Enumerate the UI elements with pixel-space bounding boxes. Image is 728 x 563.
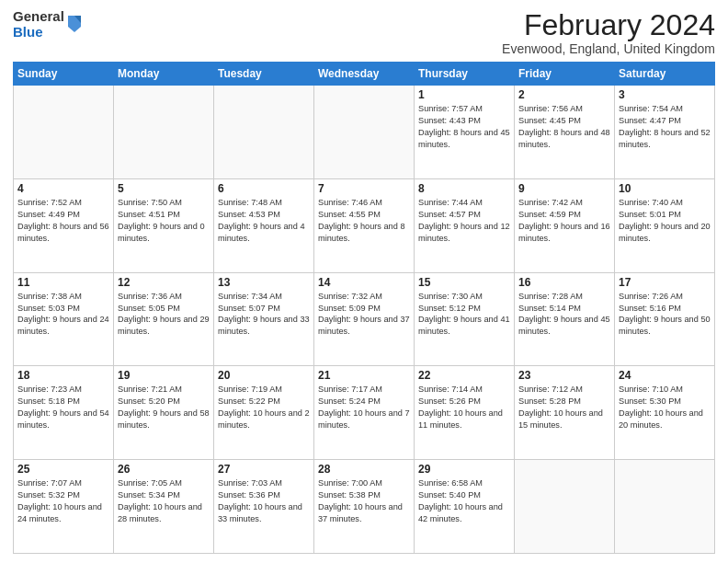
day-info: Sunrise: 7:07 AM Sunset: 5:32 PM Dayligh… bbox=[17, 477, 109, 525]
day-number: 3 bbox=[619, 88, 711, 101]
table-row: 29Sunrise: 6:58 AM Sunset: 5:40 PM Dayli… bbox=[415, 460, 515, 554]
table-row: 20Sunrise: 7:19 AM Sunset: 5:22 PM Dayli… bbox=[214, 366, 314, 460]
day-number: 16 bbox=[518, 276, 610, 289]
table-row: 13Sunrise: 7:34 AM Sunset: 5:07 PM Dayli… bbox=[214, 272, 314, 366]
calendar-week-row: 25Sunrise: 7:07 AM Sunset: 5:32 PM Dayli… bbox=[14, 460, 715, 554]
table-row: 25Sunrise: 7:07 AM Sunset: 5:32 PM Dayli… bbox=[14, 460, 114, 554]
table-row: 4Sunrise: 7:52 AM Sunset: 4:49 PM Daylig… bbox=[14, 178, 114, 272]
day-number: 5 bbox=[118, 182, 210, 195]
table-row: 7Sunrise: 7:46 AM Sunset: 4:55 PM Daylig… bbox=[314, 178, 415, 272]
table-row: 21Sunrise: 7:17 AM Sunset: 5:24 PM Dayli… bbox=[314, 366, 415, 460]
table-row bbox=[615, 460, 715, 554]
day-info: Sunrise: 7:32 AM Sunset: 5:09 PM Dayligh… bbox=[318, 291, 410, 339]
day-info: Sunrise: 7:23 AM Sunset: 5:18 PM Dayligh… bbox=[17, 384, 109, 431]
day-info: Sunrise: 7:40 AM Sunset: 5:01 PM Dayligh… bbox=[619, 197, 711, 245]
main-title: February 2024 bbox=[502, 9, 715, 41]
table-row bbox=[515, 460, 615, 554]
logo: General Blue bbox=[13, 9, 83, 40]
table-row bbox=[314, 86, 415, 179]
day-number: 10 bbox=[619, 182, 711, 195]
col-friday: Friday bbox=[515, 63, 615, 86]
day-number: 4 bbox=[17, 182, 109, 195]
day-info: Sunrise: 7:44 AM Sunset: 4:57 PM Dayligh… bbox=[418, 197, 510, 245]
day-number: 14 bbox=[318, 276, 410, 289]
table-row: 22Sunrise: 7:14 AM Sunset: 5:26 PM Dayli… bbox=[415, 366, 515, 460]
calendar-week-row: 1Sunrise: 7:57 AM Sunset: 4:43 PM Daylig… bbox=[14, 86, 715, 179]
day-info: Sunrise: 7:34 AM Sunset: 5:07 PM Dayligh… bbox=[218, 291, 310, 339]
day-number: 27 bbox=[218, 463, 310, 476]
day-info: Sunrise: 7:17 AM Sunset: 5:24 PM Dayligh… bbox=[318, 384, 410, 431]
table-row: 8Sunrise: 7:44 AM Sunset: 4:57 PM Daylig… bbox=[415, 178, 515, 272]
day-info: Sunrise: 7:28 AM Sunset: 5:14 PM Dayligh… bbox=[518, 291, 610, 339]
calendar-week-row: 4Sunrise: 7:52 AM Sunset: 4:49 PM Daylig… bbox=[14, 178, 715, 272]
page: General Blue February 2024 Evenwood, Eng… bbox=[0, 0, 728, 563]
logo-icon bbox=[66, 14, 83, 34]
day-info: Sunrise: 7:57 AM Sunset: 4:43 PM Dayligh… bbox=[418, 103, 510, 151]
day-info: Sunrise: 7:19 AM Sunset: 5:22 PM Dayligh… bbox=[218, 384, 310, 431]
calendar-week-row: 11Sunrise: 7:38 AM Sunset: 5:03 PM Dayli… bbox=[14, 272, 715, 366]
table-row bbox=[114, 86, 214, 179]
table-row: 9Sunrise: 7:42 AM Sunset: 4:59 PM Daylig… bbox=[515, 178, 615, 272]
col-wednesday: Wednesday bbox=[314, 63, 415, 86]
table-row: 27Sunrise: 7:03 AM Sunset: 5:36 PM Dayli… bbox=[214, 460, 314, 554]
day-info: Sunrise: 7:36 AM Sunset: 5:05 PM Dayligh… bbox=[118, 291, 210, 339]
day-number: 6 bbox=[218, 182, 310, 195]
day-number: 9 bbox=[518, 182, 610, 195]
day-number: 1 bbox=[418, 88, 510, 101]
day-number: 2 bbox=[518, 88, 610, 101]
day-info: Sunrise: 7:05 AM Sunset: 5:34 PM Dayligh… bbox=[118, 477, 210, 525]
day-info: Sunrise: 7:50 AM Sunset: 4:51 PM Dayligh… bbox=[118, 197, 210, 245]
table-row: 1Sunrise: 7:57 AM Sunset: 4:43 PM Daylig… bbox=[415, 86, 515, 179]
day-number: 8 bbox=[418, 182, 510, 195]
table-row: 19Sunrise: 7:21 AM Sunset: 5:20 PM Dayli… bbox=[114, 366, 214, 460]
day-number: 12 bbox=[118, 276, 210, 289]
day-info: Sunrise: 7:56 AM Sunset: 4:45 PM Dayligh… bbox=[518, 103, 610, 151]
table-row: 26Sunrise: 7:05 AM Sunset: 5:34 PM Dayli… bbox=[114, 460, 214, 554]
header-area: General Blue February 2024 Evenwood, Eng… bbox=[13, 9, 715, 56]
day-info: Sunrise: 7:03 AM Sunset: 5:36 PM Dayligh… bbox=[218, 477, 310, 525]
table-row: 2Sunrise: 7:56 AM Sunset: 4:45 PM Daylig… bbox=[515, 86, 615, 179]
day-number: 17 bbox=[619, 276, 711, 289]
day-info: Sunrise: 7:38 AM Sunset: 5:03 PM Dayligh… bbox=[17, 291, 109, 339]
day-info: Sunrise: 7:12 AM Sunset: 5:28 PM Dayligh… bbox=[518, 384, 610, 431]
day-number: 21 bbox=[318, 369, 410, 382]
table-row: 15Sunrise: 7:30 AM Sunset: 5:12 PM Dayli… bbox=[415, 272, 515, 366]
day-info: Sunrise: 7:10 AM Sunset: 5:30 PM Dayligh… bbox=[619, 384, 711, 431]
calendar-week-row: 18Sunrise: 7:23 AM Sunset: 5:18 PM Dayli… bbox=[14, 366, 715, 460]
day-info: Sunrise: 7:52 AM Sunset: 4:49 PM Dayligh… bbox=[17, 197, 109, 245]
day-number: 23 bbox=[518, 369, 610, 382]
col-tuesday: Tuesday bbox=[214, 63, 314, 86]
table-row: 3Sunrise: 7:54 AM Sunset: 4:47 PM Daylig… bbox=[615, 86, 715, 179]
day-info: Sunrise: 7:14 AM Sunset: 5:26 PM Dayligh… bbox=[418, 384, 510, 431]
day-info: Sunrise: 7:42 AM Sunset: 4:59 PM Dayligh… bbox=[518, 197, 610, 245]
day-number: 24 bbox=[619, 369, 711, 382]
table-row: 11Sunrise: 7:38 AM Sunset: 5:03 PM Dayli… bbox=[14, 272, 114, 366]
table-row: 23Sunrise: 7:12 AM Sunset: 5:28 PM Dayli… bbox=[515, 366, 615, 460]
day-number: 18 bbox=[17, 369, 109, 382]
day-info: Sunrise: 7:30 AM Sunset: 5:12 PM Dayligh… bbox=[418, 291, 510, 339]
day-number: 20 bbox=[218, 369, 310, 382]
table-row: 18Sunrise: 7:23 AM Sunset: 5:18 PM Dayli… bbox=[14, 366, 114, 460]
table-row: 24Sunrise: 7:10 AM Sunset: 5:30 PM Dayli… bbox=[615, 366, 715, 460]
day-number: 29 bbox=[418, 463, 510, 476]
table-row: 5Sunrise: 7:50 AM Sunset: 4:51 PM Daylig… bbox=[114, 178, 214, 272]
logo-text: General Blue bbox=[13, 9, 64, 40]
col-sunday: Sunday bbox=[14, 63, 114, 86]
calendar-table: Sunday Monday Tuesday Wednesday Thursday… bbox=[13, 62, 715, 554]
calendar-header-row: Sunday Monday Tuesday Wednesday Thursday… bbox=[14, 63, 715, 86]
table-row: 28Sunrise: 7:00 AM Sunset: 5:38 PM Dayli… bbox=[314, 460, 415, 554]
day-info: Sunrise: 6:58 AM Sunset: 5:40 PM Dayligh… bbox=[418, 477, 510, 525]
day-info: Sunrise: 7:48 AM Sunset: 4:53 PM Dayligh… bbox=[218, 197, 310, 245]
day-number: 25 bbox=[17, 463, 109, 476]
day-number: 15 bbox=[418, 276, 510, 289]
col-saturday: Saturday bbox=[615, 63, 715, 86]
day-info: Sunrise: 7:54 AM Sunset: 4:47 PM Dayligh… bbox=[619, 103, 711, 151]
table-row: 14Sunrise: 7:32 AM Sunset: 5:09 PM Dayli… bbox=[314, 272, 415, 366]
day-number: 11 bbox=[17, 276, 109, 289]
logo-blue: Blue bbox=[13, 25, 64, 40]
day-number: 26 bbox=[118, 463, 210, 476]
day-info: Sunrise: 7:00 AM Sunset: 5:38 PM Dayligh… bbox=[318, 477, 410, 525]
table-row: 6Sunrise: 7:48 AM Sunset: 4:53 PM Daylig… bbox=[214, 178, 314, 272]
day-info: Sunrise: 7:46 AM Sunset: 4:55 PM Dayligh… bbox=[318, 197, 410, 245]
table-row bbox=[14, 86, 114, 179]
